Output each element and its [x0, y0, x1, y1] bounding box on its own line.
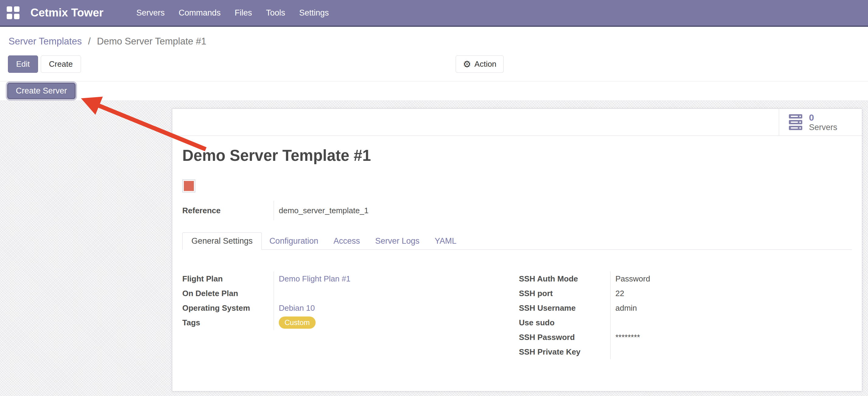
apps-grid-icon[interactable]	[7, 6, 20, 19]
field-row-operating-system: Operating System Debian 10	[182, 301, 505, 315]
tab-yaml[interactable]: YAML	[427, 232, 464, 250]
servers-count: 0	[809, 112, 814, 123]
ssh-username-value: admin	[610, 301, 852, 315]
ssh-auth-mode-label: SSH Auth Mode	[519, 274, 610, 284]
field-row-ssh-auth-mode: SSH Auth Mode Password	[519, 272, 852, 286]
field-groups: Flight Plan Demo Flight Plan #1 On Delet…	[182, 272, 852, 359]
action-button-label: Action	[474, 59, 496, 69]
flight-plan-label: Flight Plan	[182, 274, 274, 284]
ssh-port-value: 22	[610, 286, 852, 301]
stat-text: 0 Servers	[809, 112, 837, 132]
use-sudo-value	[610, 315, 852, 330]
ssh-port-label: SSH port	[519, 289, 610, 298]
field-row-ssh-port: SSH port 22	[519, 286, 852, 301]
nav-item-commands[interactable]: Commands	[179, 8, 221, 18]
reference-value: demo_server_template_1	[274, 201, 456, 220]
reference-row: Reference demo_server_template_1	[182, 201, 456, 220]
breadcrumb: Server Templates / Demo Server Template …	[8, 35, 206, 48]
field-row-ssh-username: SSH Username admin	[519, 301, 852, 315]
ssh-private-key-value	[610, 344, 852, 359]
on-delete-plan-value	[274, 286, 505, 301]
field-row-use-sudo: Use sudo	[519, 315, 852, 330]
gear-icon: ⚙	[463, 60, 471, 69]
tab-access[interactable]: Access	[326, 232, 368, 250]
breadcrumb-current: Demo Server Template #1	[97, 36, 207, 47]
tag-badge-custom: Custom	[279, 316, 316, 329]
page-title: Demo Server Template #1	[182, 146, 371, 165]
field-row-tags: Tags Custom	[182, 315, 505, 330]
tab-configuration[interactable]: Configuration	[262, 232, 326, 250]
servers-label: Servers	[809, 123, 837, 132]
create-server-button[interactable]: Create Server	[7, 83, 75, 99]
ssh-auth-mode-value: Password	[610, 272, 852, 286]
navbar-menu: Servers Commands Files Tools Settings	[136, 8, 329, 18]
breadcrumb-server-templates[interactable]: Server Templates	[8, 36, 82, 47]
action-button[interactable]: ⚙ Action	[456, 55, 504, 73]
nav-item-files[interactable]: Files	[235, 8, 252, 18]
tabs: General Settings Configuration Access Se…	[182, 232, 852, 250]
brand-link[interactable]: Cetmix Tower	[30, 6, 103, 19]
flight-plan-link[interactable]: Demo Flight Plan #1	[279, 274, 351, 284]
ssh-password-value: ********	[610, 330, 852, 344]
field-row-ssh-password: SSH Password ********	[519, 330, 852, 344]
reference-label: Reference	[182, 206, 274, 215]
create-button[interactable]: Create	[41, 55, 81, 73]
nav-item-tools[interactable]: Tools	[266, 8, 285, 18]
field-row-on-delete-plan: On Delete Plan	[182, 286, 505, 301]
field-row-ssh-private-key: SSH Private Key	[519, 344, 852, 359]
field-row-flight-plan: Flight Plan Demo Flight Plan #1	[182, 272, 505, 286]
operating-system-link[interactable]: Debian 10	[279, 303, 315, 313]
content-area: 0 Servers Demo Server Template #1 Refere…	[0, 101, 868, 396]
edit-button[interactable]: Edit	[8, 55, 38, 73]
use-sudo-label: Use sudo	[519, 318, 610, 328]
operating-system-label: Operating System	[182, 303, 274, 313]
ssh-private-key-label: SSH Private Key	[519, 347, 610, 357]
breadcrumb-separator: /	[88, 36, 91, 47]
tab-server-logs[interactable]: Server Logs	[368, 232, 427, 250]
color-swatch	[182, 179, 195, 193]
ssh-password-label: SSH Password	[519, 333, 610, 342]
control-panel: Server Templates / Demo Server Template …	[0, 27, 868, 81]
nav-item-servers[interactable]: Servers	[136, 8, 165, 18]
right-field-group: SSH Auth Mode Password SSH port 22 SSH U…	[519, 272, 852, 359]
server-template-sheet: 0 Servers Demo Server Template #1 Refere…	[172, 108, 862, 391]
tab-general-settings[interactable]: General Settings	[182, 232, 262, 250]
on-delete-plan-label: On Delete Plan	[182, 289, 274, 298]
button-box: 0 Servers	[172, 109, 862, 136]
nav-item-settings[interactable]: Settings	[299, 8, 329, 18]
server-stack-icon	[788, 114, 804, 131]
page: Cetmix Tower Servers Commands Files Tool…	[0, 0, 868, 396]
left-field-group: Flight Plan Demo Flight Plan #1 On Delet…	[182, 272, 505, 359]
servers-stat-button[interactable]: 0 Servers	[779, 109, 862, 136]
tags-label: Tags	[182, 318, 274, 328]
control-panel-buttons: Edit Create	[8, 55, 81, 73]
create-server-strip: Create Server	[0, 81, 868, 101]
top-navbar: Cetmix Tower Servers Commands Files Tool…	[0, 0, 868, 27]
ssh-username-label: SSH Username	[519, 303, 610, 313]
